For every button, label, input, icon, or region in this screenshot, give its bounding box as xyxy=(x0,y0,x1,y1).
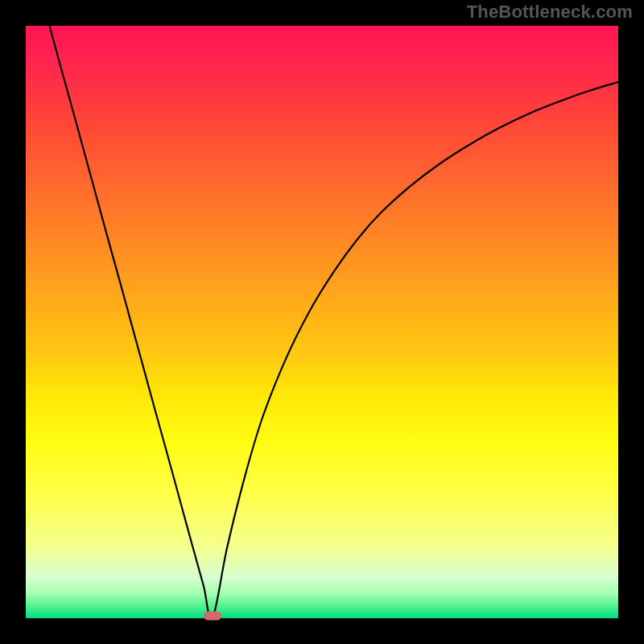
chart-frame: TheBottleneck.com xyxy=(0,0,644,644)
watermark-text: TheBottleneck.com xyxy=(467,2,633,23)
minimum-marker xyxy=(204,612,221,621)
curve-svg xyxy=(26,26,618,618)
plot-area xyxy=(26,26,618,618)
bottleneck-curve xyxy=(49,26,618,618)
